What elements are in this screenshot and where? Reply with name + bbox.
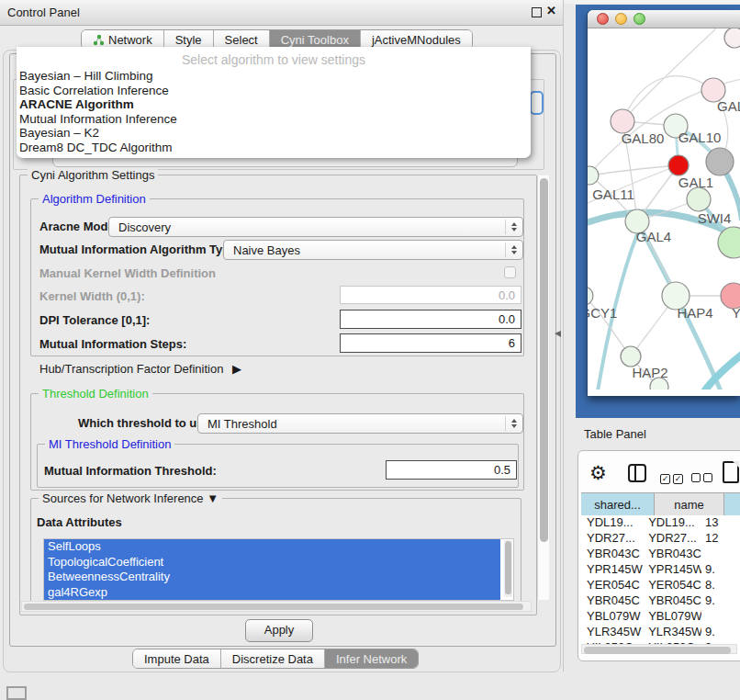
column-pane-icon[interactable] bbox=[628, 464, 646, 482]
mi-type-combo[interactable]: Naive Bayes bbox=[223, 240, 523, 260]
tab-infer-network[interactable]: Infer Network bbox=[324, 649, 418, 668]
table-row[interactable]: YDR27...YDR27...12 bbox=[581, 531, 740, 547]
tab-style[interactable]: Style bbox=[163, 30, 213, 49]
dpi-tolerance-field[interactable]: 0.0 bbox=[340, 310, 521, 329]
tab-network-label: Network bbox=[108, 33, 152, 47]
network-node-gal1[interactable] bbox=[668, 155, 689, 175]
settings-horizontal-scrollbar[interactable] bbox=[21, 601, 532, 612]
minimize-traffic-light[interactable] bbox=[615, 13, 627, 25]
combo-arrows-icon bbox=[505, 220, 522, 234]
aracne-mode-value: Discovery bbox=[109, 220, 505, 234]
column-header-extra[interactable]: A bbox=[724, 493, 740, 515]
table-cell bbox=[701, 609, 740, 625]
network-node-swi4[interactable] bbox=[687, 187, 711, 211]
column-header-shared-name[interactable]: shared... bbox=[581, 493, 655, 515]
gear-icon[interactable]: ⚙ bbox=[589, 461, 607, 485]
algo-item-dream8[interactable]: Dream8 DC_TDC Algorithm bbox=[17, 141, 531, 155]
aracne-mode-combo[interactable]: Discovery bbox=[108, 217, 523, 237]
table-cell bbox=[701, 547, 740, 562]
hub-section-toggle[interactable]: Hub/Transcription Factor Definition ▶ bbox=[39, 362, 241, 376]
tab-impute-data-label: Impute Data bbox=[144, 652, 209, 666]
mi-steps-field[interactable]: 6 bbox=[340, 333, 521, 353]
attributes-scrollbar-thumb[interactable] bbox=[505, 541, 511, 594]
network-canvas[interactable]: GAL7GAL80GAL10GAL1GAL11SWI4GAL4GCY1HAP4Y… bbox=[588, 28, 740, 390]
table-row[interactable]: YBL079WYBL079W bbox=[581, 609, 740, 625]
network-node-unlabeled[interactable] bbox=[724, 28, 740, 48]
mi-type-value: Naive Bayes bbox=[224, 243, 505, 257]
algo-item-bayesian-k2[interactable]: Bayesian – K2 bbox=[17, 126, 531, 141]
table-cell: 9. bbox=[701, 562, 740, 578]
table-row[interactable]: YBR045CYBR045C9. bbox=[581, 593, 740, 609]
table-row[interactable]: YPR145WYPR145W9. bbox=[581, 562, 740, 578]
table-cell: YER054C bbox=[581, 578, 643, 593]
select-all-checkboxes-icon[interactable]: ✓✓ bbox=[660, 469, 686, 485]
tab-network[interactable]: Network bbox=[82, 30, 163, 49]
which-threshold-combo[interactable]: MI Threshold bbox=[197, 413, 523, 434]
network-edge[interactable] bbox=[622, 76, 713, 121]
table-hscrollbar-thumb[interactable] bbox=[584, 647, 731, 654]
table-cell: YER054C bbox=[643, 578, 701, 593]
tab-cyni-toolbox-label: Cyni Toolbox bbox=[281, 33, 349, 47]
network-node-label: GAL7 bbox=[717, 98, 740, 114]
table-row[interactable]: YLR345WYLR345W9. bbox=[581, 625, 740, 640]
tab-jactivemnodules[interactable]: jActiveMNodules bbox=[360, 30, 472, 49]
checked-box-icon: ✓ bbox=[660, 474, 670, 484]
algo-item-aracne[interactable]: ARACNE Algorithm bbox=[17, 97, 531, 112]
tab-cyni-toolbox[interactable]: Cyni Toolbox bbox=[269, 30, 360, 49]
sources-legend: Sources for Network Inference ▼ bbox=[39, 491, 222, 505]
table-cell: YDR27... bbox=[643, 531, 701, 547]
network-node-hap2[interactable] bbox=[621, 346, 641, 367]
tab-impute-data[interactable]: Impute Data bbox=[133, 649, 220, 668]
mi-threshold-label: Mutual Information Threshold: bbox=[44, 464, 217, 478]
tab-select[interactable]: Select bbox=[213, 30, 269, 49]
hub-section-label: Hub/Transcription Factor Definition bbox=[39, 362, 223, 376]
table-row[interactable]: YER054CYER054C8. bbox=[581, 578, 740, 593]
table-row[interactable]: YBR043CYBR043C bbox=[581, 547, 740, 562]
focused-combo-arrow[interactable] bbox=[530, 91, 544, 115]
kernel-width-field[interactable]: 0.0 bbox=[340, 286, 521, 304]
network-window-titlebar[interactable] bbox=[588, 10, 740, 28]
table-horizontal-scrollbar[interactable] bbox=[581, 644, 737, 654]
expanded-arrow-icon[interactable]: ▼ bbox=[207, 491, 219, 505]
algo-item-basic-correlation[interactable]: Basic Correlation Inference bbox=[17, 84, 531, 98]
close-traffic-light[interactable] bbox=[597, 13, 609, 25]
bottom-tabbar: Impute Data Discretize Data Infer Networ… bbox=[132, 649, 419, 669]
attr-item-topologicalcoefficient[interactable]: TopologicalCoefficient bbox=[44, 555, 500, 570]
network-node-unlabeled[interactable] bbox=[706, 148, 734, 175]
settings-hscrollbar-thumb[interactable] bbox=[24, 604, 523, 610]
mouse-cursor bbox=[555, 331, 561, 337]
table-cell: 13 bbox=[701, 515, 740, 531]
table-cell: YBR045C bbox=[643, 593, 701, 609]
apply-button[interactable]: Apply bbox=[245, 619, 313, 642]
collapsed-arrow-icon[interactable]: ▶ bbox=[232, 362, 241, 376]
settings-vscrollbar-thumb[interactable] bbox=[540, 178, 548, 542]
network-node-label: SWI4 bbox=[698, 210, 732, 226]
attr-item-selfloops[interactable]: SelfLoops bbox=[44, 539, 500, 555]
algo-item-bayesian-hill-climbing[interactable]: Bayesian – Hill Climbing bbox=[17, 69, 531, 84]
table-row[interactable]: YDL19...YDL19...13 bbox=[581, 515, 740, 531]
algorithm-dropdown-list: Select algorithm to view settings Bayesi… bbox=[17, 47, 531, 158]
corner-widget-icon[interactable] bbox=[6, 686, 27, 700]
zoom-traffic-light[interactable] bbox=[633, 13, 645, 25]
manual-kernel-checkbox[interactable] bbox=[504, 266, 516, 278]
column-header-name[interactable]: name bbox=[655, 493, 724, 515]
tab-style-label: Style bbox=[175, 33, 202, 47]
attributes-vertical-scrollbar[interactable] bbox=[504, 540, 512, 597]
close-icon[interactable]: ✕ bbox=[546, 4, 556, 17]
settings-vertical-scrollbar[interactable] bbox=[537, 175, 549, 600]
network-node-gcy1[interactable] bbox=[588, 287, 593, 305]
document-icon[interactable] bbox=[723, 461, 739, 483]
attr-item-betweennesscentrality[interactable]: BetweennessCentrality bbox=[44, 570, 500, 585]
table-cell: YBR043C bbox=[581, 547, 643, 562]
sources-legend-text: Sources for Network Inference bbox=[42, 491, 204, 505]
table-cell: YLR345W bbox=[581, 625, 643, 640]
network-node-label: HAP4 bbox=[677, 305, 712, 321]
mi-threshold-field[interactable]: 0.5 bbox=[386, 460, 517, 480]
tab-discretize-data[interactable]: Discretize Data bbox=[220, 649, 324, 668]
float-window-icon[interactable] bbox=[532, 7, 542, 17]
deselect-all-checkboxes-icon[interactable] bbox=[691, 469, 715, 486]
algo-item-mutual-information[interactable]: Mutual Information Inference bbox=[17, 112, 531, 127]
mi-type-label: Mutual Information Algorithm Type: bbox=[39, 243, 241, 256]
attr-item-gal4rgexp[interactable]: gal4RGexp bbox=[44, 585, 500, 601]
table-cell: YBL079W bbox=[581, 609, 643, 625]
